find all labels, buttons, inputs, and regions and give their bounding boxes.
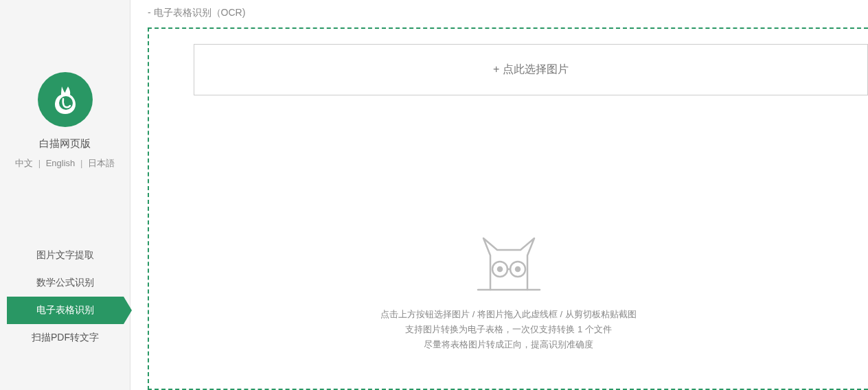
nav-item-label: 扫描PDF转文字: [32, 332, 99, 344]
nav-item-formula[interactable]: 数学公式识别: [7, 269, 124, 297]
language-switcher: 中文 | English | 日本語: [15, 157, 115, 170]
nav-item-image-ocr[interactable]: 图片文字提取: [7, 242, 124, 269]
cat-placeholder-icon: [471, 235, 547, 293]
nav-menu: 图片文字提取 数学公式识别 电子表格识别 扫描PDF转文字: [0, 242, 130, 352]
app-title: 白描网页版: [39, 137, 91, 150]
placeholder-area: 点击上方按钮选择图片 / 将图片拖入此虚线框 / 从剪切板粘贴截图 支持图片转换…: [149, 235, 868, 352]
main-content: - 电子表格识别（OCR) + 点此选择图片 点击上方按钮选择图片 / 将图片拖…: [130, 0, 868, 390]
nav-item-label: 数学公式识别: [36, 277, 94, 289]
nav-item-label: 图片文字提取: [36, 249, 94, 262]
hint-line-3: 尽量将表格图片转成正向，提高识别准确度: [424, 337, 593, 352]
svg-point-6: [516, 267, 520, 271]
drop-zone[interactable]: + 点此选择图片 点击上方按钮选择图片 / 将图片拖入此虚线框 / 从剪切板粘贴…: [148, 27, 868, 390]
select-button-label: + 点此选择图片: [493, 62, 569, 77]
nav-item-pdf[interactable]: 扫描PDF转文字: [7, 324, 124, 352]
breadcrumb: - 电子表格识别（OCR): [148, 7, 868, 19]
cat-logo-icon: [48, 82, 82, 117]
select-image-button[interactable]: + 点此选择图片: [194, 44, 868, 95]
nav-item-spreadsheet[interactable]: 电子表格识别: [7, 297, 124, 324]
lang-zh[interactable]: 中文: [15, 158, 33, 168]
hint-line-2: 支持图片转换为电子表格，一次仅支持转换 1 个文件: [405, 322, 611, 337]
lang-ja[interactable]: 日本語: [88, 158, 115, 168]
app-logo: [38, 72, 93, 127]
hint-line-1: 点击上方按钮选择图片 / 将图片拖入此虚线框 / 从剪切板粘贴截图: [380, 307, 637, 322]
svg-point-5: [498, 267, 502, 271]
sidebar: 白描网页版 中文 | English | 日本語 图片文字提取 数学公式识别 电…: [0, 0, 130, 390]
lang-en[interactable]: English: [46, 158, 76, 168]
nav-item-label: 电子表格识别: [36, 304, 94, 317]
